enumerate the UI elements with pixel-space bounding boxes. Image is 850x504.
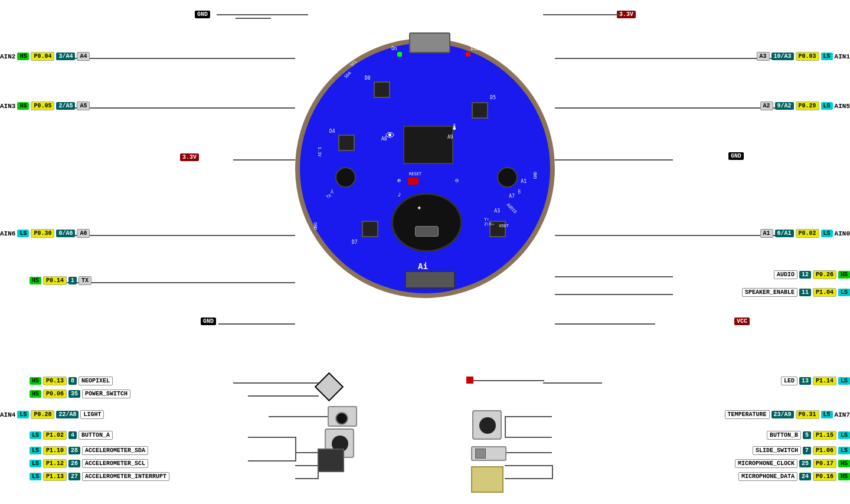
reset-label: RESET	[409, 172, 421, 176]
pin-button-b: BUTTON_B 5 P1.15 LS	[767, 431, 850, 440]
btna-hs: LS	[30, 431, 41, 439]
pin-acc-sda: LS P1.10 28 ACCELEROMETER_SDA	[30, 446, 148, 455]
ain2-alt: A4	[77, 52, 90, 61]
board-accel-label: Y↑Z↑X→	[484, 217, 494, 227]
ain0-hs: LS	[821, 230, 833, 237]
reset-button[interactable]	[408, 178, 419, 185]
pwrsw-pad: P0.06	[43, 390, 67, 398]
line-ain0	[555, 235, 791, 236]
pin-ain6: AIN6 LS P0.30 0/A6 A6	[0, 229, 90, 238]
board-sda-label: SDA	[344, 71, 352, 80]
accelerometer-component	[318, 449, 344, 472]
button-b-board[interactable]	[497, 167, 518, 188]
accsda-num: 28	[68, 447, 80, 454]
led-r-num: 13	[799, 377, 811, 385]
gnd-bot-left-badge: GND	[201, 318, 216, 325]
ain5-hs: LS	[821, 102, 833, 110]
spken-hs: LS	[838, 289, 850, 296]
spken-num: 11	[799, 289, 811, 296]
line-mic-v	[552, 465, 553, 479]
line-accsda	[295, 452, 319, 453]
ain1-hs: LS	[821, 53, 833, 60]
pin-vcc-right: VCC	[734, 318, 750, 325]
line-power-switch	[248, 395, 319, 397]
ain6-hs: LS	[17, 230, 29, 237]
btna-pad: P1.02	[43, 431, 67, 440]
light-sensor-lens	[335, 412, 348, 425]
ain3-name: AIN3	[0, 103, 15, 110]
ain4-pad: P0.28	[31, 410, 54, 419]
led-r-hs: LS	[838, 377, 850, 385]
line-gnd-top	[217, 14, 308, 15]
ain5-name: AIN5	[835, 103, 850, 110]
gnd-right-badge: GND	[728, 152, 744, 160]
board-a3-label: A3	[494, 208, 500, 214]
accscl-name: ACCELEROMETER_SCL	[82, 459, 148, 468]
audio-hs: HS	[838, 271, 850, 279]
line-accscl	[295, 465, 319, 466]
pin-led-right: LED 13 P1.14 LS	[781, 377, 850, 385]
neopixel-pad: P0.13	[43, 377, 67, 385]
tx-alt: TX	[79, 276, 91, 285]
ain3-alt: A5	[77, 102, 90, 110]
pin-ain2: AIN2 HS P0.04 3/A4 A4	[0, 52, 90, 61]
board-label-d13: D13	[471, 46, 479, 51]
neopixel-name: NEOPIXEL	[79, 377, 113, 385]
board-gnd-left: GND	[313, 222, 318, 230]
pin-temp-right: TEMPERATURE 23/A9 P0.31 LS AIN7	[725, 410, 850, 419]
tx-num: 1	[68, 277, 77, 284]
gnd-top-badge: GND	[195, 11, 210, 18]
micdt-pad: P0.16	[813, 472, 836, 481]
ain0-alt: A1	[760, 229, 773, 238]
pin-acc-int: LS P1.13 27 ACCELEROMETER_INTERRUPT	[30, 472, 169, 481]
btnb-name: BUTTON_B	[767, 431, 801, 440]
ain2-pad: P0.04	[31, 52, 54, 61]
pin-ain0: A1 6/A1 P0.02 LS AIN0	[760, 229, 850, 238]
line-mic-clk	[505, 465, 552, 466]
button-a-board[interactable]	[335, 167, 356, 188]
slide-switch-board[interactable]	[415, 226, 439, 237]
board-gnd-right: GND	[534, 172, 538, 179]
pin-neopixel: HS P0.13 8 NEOPIXEL	[30, 377, 113, 385]
button-b-label: B	[518, 189, 521, 195]
pin-button-a: LS P1.02 4 BUTTON_A	[30, 431, 113, 440]
processor-chip	[403, 126, 453, 164]
ain5-pad: P0.29	[796, 102, 819, 110]
board-d5-label: D5	[490, 95, 496, 100]
line-spk-en	[555, 294, 673, 295]
board-a1-label: A1	[521, 179, 527, 184]
ain3-num: 2/A5	[56, 102, 75, 110]
micdt-hs: HS	[838, 473, 850, 480]
ain4-light-name: LIGHT	[80, 410, 104, 419]
accint-hs: LS	[30, 473, 41, 480]
slsw-num: 7	[803, 447, 811, 454]
pad-gnd-top	[415, 40, 444, 52]
line-btnb	[505, 437, 552, 438]
pin-ain3: AIN3 HS P0.05 2/A5 A5	[0, 102, 90, 110]
spken-name: SPEAKER_ENABLE	[742, 288, 797, 297]
spken-pad: P1.04	[813, 288, 836, 297]
line-temp-1	[505, 416, 552, 417]
ain0-name: AIN0	[835, 230, 850, 237]
pin-mic-data: MICROPHONE_DATA 24 P0.16 HS	[738, 472, 850, 481]
miccl-pad: P0.17	[813, 459, 836, 468]
ain1-num: 10/A3	[771, 53, 794, 60]
pin-mic-clk: MICROPHONE_CLOCK 25 P0.17 HS	[735, 459, 850, 468]
board-a7-label: A7	[509, 194, 515, 199]
btnb-num: 5	[803, 431, 811, 439]
ain2-num: 3/A4	[56, 53, 75, 60]
ain6-alt: A6	[77, 229, 90, 238]
temp-r-name: TEMPERATURE	[725, 410, 770, 419]
accsda-name: ACCELEROMETER_SDA	[82, 446, 148, 455]
pin-spk-en: SPEAKER_ENABLE 11 P1.04 LS	[742, 288, 850, 297]
ain6-num: 0/A6	[56, 230, 75, 237]
slide-switch-knob	[475, 449, 486, 459]
led-r-pad: P1.14	[813, 377, 836, 385]
line-light	[269, 416, 328, 417]
line-btna-v	[295, 437, 296, 462]
board-d7-label: D7	[352, 240, 358, 245]
line-gnd-bot-left	[218, 323, 295, 325]
line-btna-2	[248, 460, 295, 462]
line-slsw	[506, 452, 552, 453]
ain1-name: AIN1	[835, 53, 850, 60]
